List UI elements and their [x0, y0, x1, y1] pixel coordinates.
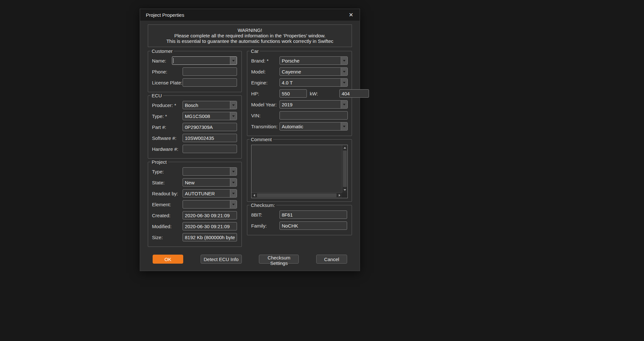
project-type-row: Type: — [152, 167, 238, 176]
ecu-part-input[interactable] — [183, 123, 237, 131]
car-engine-dropdown-button[interactable] — [341, 79, 347, 86]
project-element-dropdown-button[interactable] — [230, 200, 237, 208]
customer-name-label: Name: — [152, 58, 172, 63]
triangle-right-icon — [339, 194, 340, 197]
chevron-down-icon — [232, 104, 235, 106]
car-transmission-label: Transmition: — [251, 124, 279, 129]
ecu-producer-dropdown-button[interactable] — [230, 101, 237, 109]
triangle-down-icon — [344, 189, 346, 191]
comment-group: Comment — [247, 139, 352, 202]
project-type-combobox[interactable] — [183, 167, 237, 176]
comment-horizontal-scrollbar[interactable] — [251, 192, 342, 198]
project-readout-combobox[interactable]: AUTOTUNER — [183, 189, 237, 198]
car-transmission-dropdown-button[interactable] — [341, 122, 347, 130]
checksum-8bit-input[interactable] — [279, 210, 347, 219]
project-group: Project Type: State: New — [148, 162, 242, 247]
checksum-settings-button[interactable]: Checksum Settings — [259, 255, 299, 264]
vertical-scroll-thumb[interactable] — [343, 151, 347, 187]
car-transmission-combobox[interactable]: Automatic — [279, 122, 348, 131]
ecu-type-combobox[interactable]: MG1CS008 — [183, 112, 237, 120]
chevron-down-icon — [232, 182, 235, 183]
car-vin-input[interactable] — [279, 111, 348, 120]
ecu-type-dropdown-button[interactable] — [230, 112, 237, 120]
ecu-software-label: Software #: — [152, 135, 183, 141]
ecu-hardware-row: Hardware #: — [152, 145, 238, 153]
car-group: Car Brand: * Porsche Model: Cayenne — [247, 51, 352, 136]
chevron-down-icon — [232, 171, 235, 172]
project-size-row: Size: — [152, 233, 238, 241]
comment-vertical-scrollbar[interactable] — [342, 145, 347, 192]
checksum-family-input[interactable] — [279, 221, 347, 230]
car-vin-label: VIN: — [251, 113, 279, 118]
customer-name-combobox[interactable] — [172, 56, 237, 65]
detect-ecu-info-button[interactable]: Detect ECU Info — [201, 255, 242, 264]
customer-phone-input[interactable] — [183, 67, 237, 76]
ecu-group-legend: ECU — [150, 93, 163, 98]
customer-plate-row: License Plate: — [152, 78, 238, 87]
warning-title: WARNING! — [151, 27, 349, 33]
car-model-combobox[interactable]: Cayenne — [279, 67, 348, 76]
project-properties-dialog: Project Properties ✕ WARNING! Please com… — [140, 9, 360, 271]
chevron-down-icon — [343, 82, 346, 83]
ecu-producer-combobox[interactable]: Bosch — [183, 101, 237, 109]
chevron-down-icon — [343, 60, 346, 62]
car-kw-input[interactable] — [339, 89, 369, 98]
chevron-down-icon — [232, 60, 235, 62]
project-readout-dropdown-button[interactable] — [230, 190, 237, 197]
scroll-left-button[interactable] — [251, 193, 257, 198]
car-model-dropdown-button[interactable] — [341, 68, 347, 75]
checksum-8bit-row: 8BIT: — [251, 210, 348, 219]
customer-phone-row: Phone: — [152, 67, 238, 76]
warning-banner: WARNING! Please complete all the require… — [148, 24, 352, 47]
project-modified-input[interactable] — [183, 222, 237, 230]
project-state-row: State: New — [152, 178, 238, 187]
project-state-combobox[interactable]: New — [183, 178, 237, 187]
project-state-dropdown-button[interactable] — [230, 179, 237, 186]
close-icon: ✕ — [349, 12, 353, 18]
project-type-dropdown-button[interactable] — [230, 168, 237, 175]
scrollbar-corner — [342, 192, 347, 198]
car-hp-input[interactable] — [279, 89, 307, 98]
triangle-up-icon — [344, 147, 346, 149]
car-brand-dropdown-button[interactable] — [341, 57, 347, 64]
ecu-hardware-label: Hardware #: — [152, 146, 183, 152]
comment-textarea[interactable] — [251, 145, 342, 192]
car-engine-combobox[interactable]: 4.0 T — [279, 78, 348, 87]
car-engine-value: 4.0 T — [280, 80, 341, 85]
close-button[interactable]: ✕ — [346, 10, 356, 20]
comment-group-legend: Comment — [250, 137, 273, 142]
project-type-label: Type: — [152, 169, 183, 174]
ok-button[interactable]: OK — [153, 255, 183, 264]
car-model-label: Model: — [251, 69, 279, 74]
project-group-legend: Project — [150, 159, 168, 165]
car-vin-row: VIN: — [251, 111, 348, 120]
left-column: Customer Name: Phone: Lic — [148, 51, 242, 250]
scroll-right-button[interactable] — [337, 193, 342, 198]
project-created-input[interactable] — [183, 211, 237, 219]
scroll-down-button[interactable] — [342, 187, 347, 192]
car-year-dropdown-button[interactable] — [341, 101, 347, 108]
horizontal-scroll-thumb[interactable] — [257, 193, 336, 197]
car-brand-combobox[interactable]: Porsche — [279, 56, 348, 65]
ecu-software-row: Software #: — [152, 134, 238, 142]
car-group-legend: Car — [250, 48, 260, 54]
ecu-type-value: MG1CS008 — [183, 113, 230, 119]
triangle-left-icon — [253, 194, 255, 197]
ecu-part-row: Part #: — [152, 123, 238, 131]
car-year-combobox[interactable]: 2019 — [279, 100, 348, 109]
right-column: Car Brand: * Porsche Model: Cayenne — [247, 51, 352, 250]
customer-plate-input[interactable] — [183, 78, 237, 87]
dialog-titlebar[interactable]: Project Properties ✕ — [140, 9, 360, 21]
chevron-down-icon — [343, 71, 346, 73]
project-element-combobox[interactable] — [183, 200, 237, 209]
project-size-input[interactable] — [183, 233, 237, 241]
project-element-label: Element: — [152, 202, 183, 207]
car-year-row: Model Year: 2019 — [251, 100, 348, 109]
ecu-software-input[interactable] — [183, 134, 237, 142]
customer-phone-label: Phone: — [152, 69, 183, 74]
scroll-up-button[interactable] — [342, 145, 347, 150]
project-readout-label: Readout by: — [152, 191, 183, 196]
ecu-hardware-input[interactable] — [183, 145, 237, 153]
cancel-button[interactable]: Cancel — [316, 255, 347, 264]
customer-name-dropdown-button[interactable] — [230, 57, 237, 64]
